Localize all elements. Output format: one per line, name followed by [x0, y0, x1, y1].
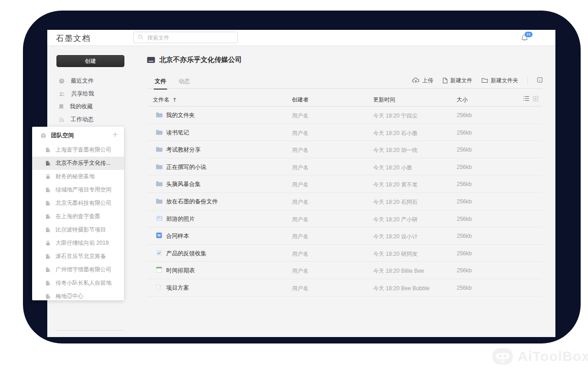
- notification-bell[interactable]: 21: [521, 34, 530, 43]
- team-item-icon: [45, 280, 51, 286]
- watermark: AiToolBox: [492, 348, 588, 365]
- nav-item-label: 工作动态: [71, 116, 94, 124]
- file-size: 256kb: [457, 164, 472, 170]
- file-size: 256kb: [457, 233, 472, 239]
- new-folder-button[interactable]: 新建文件夹: [482, 77, 518, 84]
- list-view-icon[interactable]: [523, 96, 529, 101]
- team-item-label: 上海壹字壹墨有限公司: [56, 146, 112, 154]
- info-panel-button[interactable]: [537, 76, 543, 84]
- team-list-item[interactable]: 在上海的壹字壹墨: [32, 210, 124, 223]
- sidebar-nav-item[interactable]: 我的收藏: [47, 100, 133, 113]
- file-size: 256kb: [457, 267, 472, 274]
- create-button[interactable]: 创建: [56, 55, 124, 67]
- table-row[interactable]: W 合同样本 用户名 今天 18:20 设小计 256kb: [147, 227, 542, 245]
- table-row[interactable]: 放在石墨的备份文件 用户名 今天 18:20 石阿石 256kb: [147, 193, 542, 210]
- add-team-icon[interactable]: [112, 132, 118, 137]
- team-list-item[interactable]: 北京无墨科技有限公司: [32, 197, 124, 210]
- team-item-label: 北京不亦乐乎文化传...: [56, 159, 111, 167]
- team-list-item[interactable]: 梅地亞中心: [32, 290, 124, 303]
- table-row[interactable]: 时间排期表 用户名 今天 18:20 Billie Bee 256kb: [147, 262, 542, 279]
- team-list-item[interactable]: 大眼仔继续向前 2019: [32, 236, 124, 250]
- file-type-icon: [156, 129, 163, 135]
- team-item-icon: [45, 267, 51, 273]
- file-size: 256kb: [457, 112, 472, 118]
- upload-button[interactable]: 上传: [412, 77, 433, 84]
- column-updated[interactable]: 更新时间: [373, 96, 395, 104]
- team-space-panel: 团队空间 上海壹字壹墨有限公司 北京不亦乐乎文化传... 财务的秘密基地 绿城地…: [32, 127, 124, 300]
- team-list-item[interactable]: 比尔波特摄影节项目: [32, 223, 124, 236]
- table-header: 文件名 创建者 更新时间 大小: [147, 94, 542, 106]
- grid-view-icon[interactable]: [533, 96, 538, 101]
- team-list-item[interactable]: 财务的秘密基地: [32, 170, 124, 183]
- file-name: 郊游的照片: [166, 215, 195, 223]
- file-creator: 用户名: [292, 267, 308, 275]
- file-name: 我的文件夹: [166, 112, 195, 119]
- table-row[interactable]: 考试教材分享 用户名 今天 18:20 胡一统 256kb: [147, 141, 542, 158]
- file-creator: 用户名: [292, 129, 308, 137]
- file-updated: 今天 18:20 产小研: [373, 216, 418, 224]
- sidebar-item-trash[interactable]: 回收站: [47, 334, 144, 337]
- file-name: 项目方案: [166, 284, 189, 292]
- team-list-item[interactable]: 滚石音乐节北京筹备: [32, 250, 124, 263]
- team-list-item[interactable]: 上海壹字壹墨有限公司: [32, 143, 124, 157]
- table-row[interactable]: 产品的反馈收集 用户名 今天 18:20 研阿发 256kb: [147, 245, 542, 262]
- column-filename[interactable]: 文件名: [153, 96, 176, 104]
- table-row[interactable]: 项目方案 用户名 今天 18:20 Bee Bubble 256kb: [147, 279, 542, 297]
- file-name: 头脑风暴合集: [166, 180, 201, 188]
- workspace-board-icon: [147, 56, 155, 63]
- file-creator: 用户名: [292, 233, 308, 241]
- team-item-label: 北京无墨科技有限公司: [56, 199, 112, 207]
- team-space-header: 团队空间: [32, 129, 124, 142]
- nav-item-label: 最近文件: [71, 77, 94, 85]
- table-row[interactable]: 郊游的照片 用户名 今天 18:20 产小研 256kb: [147, 210, 542, 228]
- team-item-label: 比尔波特摄影节项目: [56, 226, 106, 234]
- file-type-icon: [156, 284, 161, 290]
- file-updated: 今天 18:20 Billie Bee: [373, 267, 424, 275]
- tab-label: 动态: [179, 78, 190, 84]
- sidebar-nav-item[interactable]: 共享给我: [47, 87, 133, 100]
- nav-item-label: 我的收藏: [70, 103, 93, 111]
- file-creator: 用户名: [292, 181, 308, 189]
- sidebar-divider: [56, 330, 124, 331]
- team-item-icon: [45, 160, 51, 166]
- file-creator: 用户名: [292, 216, 308, 224]
- new-folder-label: 新建文件夹: [491, 77, 518, 84]
- team-item-label: 梅地亞中心: [56, 293, 84, 300]
- sidebar-nav-item[interactable]: 最近文件: [47, 74, 133, 87]
- toolbar-separator: [527, 77, 528, 84]
- column-size[interactable]: 大小: [457, 96, 468, 104]
- new-file-button[interactable]: 新建文件: [442, 77, 472, 84]
- team-item-label: 财务的秘密基地: [56, 173, 95, 180]
- trash-label: 回收站: [71, 337, 88, 338]
- table-row[interactable]: 我的文件夹 用户名 今天 18:20 宁踩尘 256kb: [147, 107, 542, 124]
- file-name: 考试教材分享: [166, 146, 201, 154]
- team-item-label: 在上海的壹字壹墨: [56, 213, 101, 220]
- team-item-label: 绿城地产项目专用空间: [56, 186, 112, 194]
- team-list-item[interactable]: 绿城地产项目专用空间: [32, 183, 124, 197]
- file-name: 放在石墨的备份文件: [166, 198, 218, 206]
- file-type-icon: W: [156, 232, 162, 238]
- file-size: 256kb: [457, 216, 472, 222]
- team-list-item[interactable]: 传奇小队长私人自留地: [32, 276, 124, 290]
- file-updated: 今天 18:20 研阿发: [373, 250, 418, 258]
- table-row[interactable]: 头脑风暴合集 用户名 今天 18:20 黄不老 256kb: [147, 175, 542, 193]
- team-item-icon: [45, 147, 51, 153]
- upload-label: 上传: [422, 77, 433, 84]
- sidebar-nav-item[interactable]: 工作动态: [47, 113, 133, 126]
- workspace-header: 北京不亦乐乎文化传媒公司: [147, 56, 242, 64]
- search-box[interactable]: [133, 32, 238, 43]
- table-row[interactable]: 读书笔记 用户名 今天 18:20 石小墨 256kb: [147, 124, 542, 141]
- column-creator[interactable]: 创建者: [292, 96, 308, 104]
- file-creator: 用户名: [292, 285, 308, 293]
- search-input[interactable]: [146, 34, 233, 41]
- table-row[interactable]: 正在撰写的小说 用户名 今天 18:20 小墨 256kb: [147, 158, 542, 176]
- file-updated: 今天 18:20 宁踩尘: [373, 112, 418, 120]
- team-list-item[interactable]: 北京不亦乐乎文化传...: [32, 157, 124, 170]
- team-list-item[interactable]: 广州惜字惜墨有限公司: [32, 263, 124, 276]
- file-creator: 用户名: [292, 164, 308, 172]
- file-size: 256kb: [457, 198, 472, 205]
- nav-item-icon: [59, 104, 64, 110]
- file-creator: 用户名: [292, 198, 308, 206]
- file-size: 256kb: [457, 285, 472, 291]
- team-item-label: 滚石音乐节北京筹备: [56, 253, 106, 260]
